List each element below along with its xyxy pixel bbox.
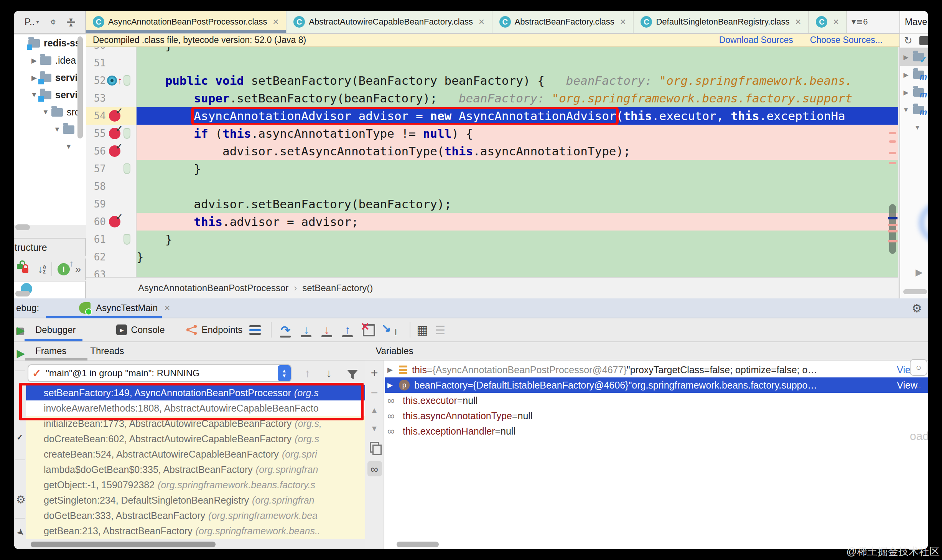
rerun-button[interactable]: ▶ — [15, 324, 26, 336]
variables-search-button[interactable]: ○ — [910, 359, 927, 376]
stack-frame-row[interactable]: setBeanFactory:149, AsyncAnnotationBeanP… — [26, 385, 365, 400]
breadcrumb-class[interactable]: AsyncAnnotationBeanPostProcessor — [138, 283, 288, 293]
stack-frame-row[interactable]: lambda$doGetBean$0:335, AbstractBeanFact… — [26, 462, 365, 477]
close-icon[interactable]: ✕ — [478, 17, 485, 26]
lock-icons[interactable] — [17, 263, 32, 276]
maven-tree-item[interactable]: ▶ — [900, 66, 928, 84]
settings-sliders-icon[interactable]: ☰ — [435, 323, 445, 337]
breakpoint-icon[interactable] — [109, 128, 120, 139]
chevron-down-icon[interactable]: ▼ — [40, 108, 51, 116]
maven-tree-item[interactable]: ▼ — [900, 101, 928, 119]
variable-row[interactable]: ∞this.exceptionHandler = null — [385, 423, 928, 439]
stack-frame-row[interactable]: createBean:524, AbstractAutowireCapableB… — [26, 446, 365, 462]
code-line[interactable]: 53 super.setBeanFactory(beanFactory); be… — [86, 89, 898, 107]
variable-row[interactable]: ▶this = {AsyncAnnotationBeanPostProcesso… — [385, 362, 928, 377]
maven-tree-item[interactable]: ▶ — [900, 84, 928, 101]
code-line[interactable]: 62} — [86, 248, 898, 266]
duplicate-watch-icon[interactable] — [370, 442, 379, 453]
locate-file-icon[interactable]: ⌖ — [50, 15, 57, 29]
remove-watch-button[interactable]: − — [365, 386, 384, 400]
code-line[interactable]: 61 } — [86, 231, 898, 248]
execution-point-icon[interactable] — [107, 76, 117, 86]
step-into-icon[interactable]: ↓ — [298, 323, 314, 336]
step-out-icon[interactable]: ↑ — [340, 323, 355, 336]
move-down-button[interactable]: ▼ — [365, 424, 384, 433]
run-to-cursor-icon[interactable]: ↘I — [381, 323, 398, 336]
step-over-icon[interactable]: ↷ — [278, 323, 293, 337]
code-line[interactable]: 58 — [86, 178, 898, 195]
chevron-right-icon[interactable]: ▶ — [900, 71, 912, 79]
close-icon[interactable]: ✕ — [620, 17, 626, 26]
stack-frame-row[interactable]: doCreateBean:602, AbstractAutowireCapabl… — [26, 431, 365, 446]
filter-funnel-icon[interactable] — [346, 368, 359, 381]
breadcrumb-method[interactable]: setBeanFactory() — [302, 283, 373, 293]
add-watch-button[interactable]: + — [365, 366, 384, 380]
variable-row[interactable]: ∞this.asyncAnnotationType = null — [385, 408, 928, 423]
tab-console[interactable]: ▶Console — [113, 318, 168, 341]
stack-frame-row[interactable]: getSingleton:234, DefaultSingletonBeanRe… — [26, 492, 365, 508]
variables-hscrollbar[interactable] — [397, 542, 439, 547]
stack-frame-row[interactable]: getBean:213, AbstractBeanFactory(org.spr… — [26, 523, 365, 539]
choose-sources-link[interactable]: Choose Sources... — [810, 35, 883, 45]
layout-settings-icon[interactable] — [249, 325, 261, 335]
code-line[interactable]: 56 advisor.setAsyncAnnotationType(this.a… — [86, 142, 898, 160]
chevron-down-icon[interactable]: ▼ — [51, 125, 63, 133]
code-line[interactable]: 52↑ public void setBeanFactory(BeanFacto… — [86, 72, 898, 89]
project-tree-item[interactable]: ▼ — [14, 121, 86, 138]
stack-frame-row[interactable]: invokeAwareMethods:1808, AbstractAutowir… — [26, 400, 365, 416]
breakpoint-icon[interactable] — [109, 145, 120, 157]
chevron-right-icon[interactable]: ▶ — [28, 56, 40, 65]
code-line[interactable]: 59 advisor.setBeanFactory(beanFactory); — [86, 195, 898, 213]
editor-tab[interactable]: CAsyncAnnotationBeanPostProcessor.class✕ — [86, 11, 287, 33]
editor-tab[interactable]: C✕ — [809, 11, 847, 33]
expand-icon[interactable]: ▶ — [916, 267, 922, 278]
structure-scrollbar[interactable] — [15, 291, 30, 296]
visibility-sort-icon[interactable]: I — [58, 263, 70, 275]
download-sources-link[interactable]: Download Sources — [719, 35, 793, 45]
project-tree-item[interactable]: ▼src — [14, 104, 86, 121]
code-line[interactable]: 54 AsyncAnnotationAdvisor advisor = new … — [86, 107, 898, 125]
error-stripe[interactable] — [888, 47, 898, 277]
project-tree-item[interactable]: ▶servi — [14, 69, 86, 86]
tab-endpoints[interactable]: Endpoints — [183, 318, 245, 341]
run-config-tab[interactable]: AsyncTestMain — [96, 303, 158, 313]
code-line[interactable]: 55 if (this.asyncAnnotationType != null)… — [86, 125, 898, 142]
expand-arrow-icon[interactable]: ▶ — [387, 366, 399, 374]
structure-panel-title[interactable]: tructure — [15, 242, 47, 253]
chevron-down-icon[interactable]: ▼ — [900, 106, 912, 114]
frame-down-button[interactable]: ↓ — [326, 367, 332, 380]
maven-scrollbar[interactable] — [903, 289, 927, 294]
evaluate-grid-icon[interactable]: ▦ — [417, 323, 428, 337]
maven-toolbar-icon[interactable] — [919, 36, 928, 45]
gear-icon[interactable]: ⚙ — [912, 301, 922, 315]
editor-tab[interactable]: CAbstractBeanFactory.class✕ — [492, 11, 634, 33]
maven-panel-title[interactable]: Mave — [900, 11, 928, 34]
code-line[interactable]: 51 — [86, 54, 898, 72]
fold-marker-icon[interactable] — [124, 234, 130, 245]
close-icon[interactable]: ✕ — [273, 17, 279, 26]
code-line[interactable]: 63 — [86, 266, 898, 277]
close-icon[interactable]: ✕ — [795, 17, 802, 26]
breakpoint-icon[interactable] — [109, 110, 120, 122]
resume-button[interactable]: ▶ — [15, 348, 26, 359]
fold-marker-icon[interactable] — [124, 128, 130, 139]
chevron-right-icon[interactable]: ▶ — [900, 89, 912, 97]
chevron-down-icon[interactable]: ▼ — [63, 143, 74, 151]
variable-row[interactable]: ▶pbeanFactory = {DefaultListableBeanFact… — [385, 377, 928, 393]
project-tree-item[interactable]: ▼servi — [14, 86, 86, 104]
frames-hscrollbar[interactable] — [31, 542, 216, 547]
project-tree-item[interactable]: redis-ss — [14, 35, 86, 52]
collapse-all-icon[interactable]: ▼▲ — [67, 18, 75, 26]
tab-threads[interactable]: Threads — [90, 346, 124, 356]
refresh-icon[interactable]: ↻ — [904, 35, 912, 47]
expand-arrow-icon[interactable]: ▶ — [387, 381, 399, 389]
project-tree-item[interactable]: ▶.idea — [14, 52, 86, 69]
tab-list-control[interactable]: ▾ ≡ 6 — [847, 11, 872, 33]
tab-frames[interactable]: Frames — [35, 346, 66, 356]
fold-marker-icon[interactable] — [124, 75, 130, 86]
code-line[interactable]: 60 this.advisor = advisor; — [86, 213, 898, 231]
editor-scrollbar-thumb[interactable] — [889, 204, 896, 254]
sort-alphabetically-icon[interactable]: ↓az — [38, 263, 46, 275]
editor-tab[interactable]: CAbstractAutowireCapableBeanFactory.clas… — [287, 11, 492, 33]
project-hscrollbar[interactable] — [15, 224, 30, 230]
